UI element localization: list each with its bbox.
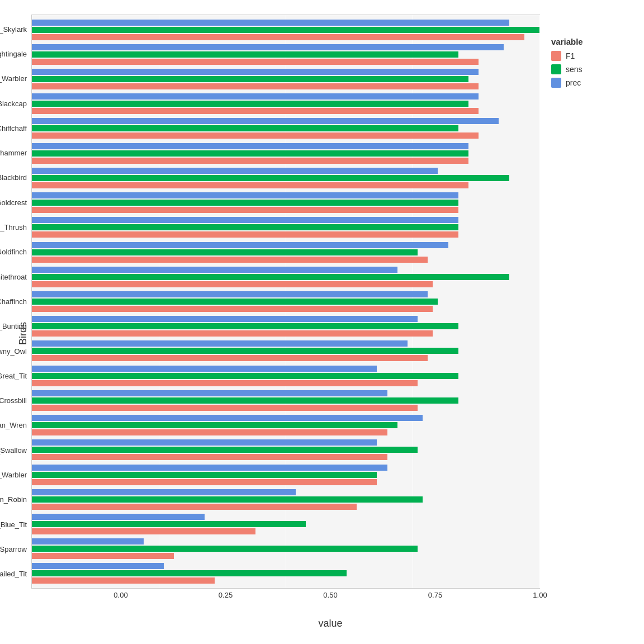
legend-label: prec — [566, 78, 581, 87]
y-label: Common_Nightingale — [0, 41, 31, 66]
bar-row-sens — [32, 348, 539, 354]
bar-row-sens — [32, 397, 539, 404]
bar-row-prec — [32, 366, 539, 372]
chart-container: Birds Eurasian_SkylarkCommon_Nightingale… — [15, 15, 629, 629]
bar-row-sens — [32, 125, 539, 131]
y-label: Common_Chaffinch — [0, 289, 31, 314]
bar-row-f1 — [32, 182, 539, 188]
bar-row-sens — [32, 76, 539, 82]
bar-row-f1 — [32, 454, 539, 460]
bar-row-sens — [32, 570, 539, 576]
bird-group — [32, 116, 539, 141]
bar-row-f1 — [32, 355, 539, 361]
legend-label: F1 — [566, 51, 575, 60]
bird-group — [32, 165, 539, 190]
legend-item: F1 — [551, 51, 575, 61]
bar-row-f1 — [32, 207, 539, 213]
bird-group — [32, 240, 539, 264]
bird-group — [32, 487, 539, 512]
bird-group — [32, 264, 539, 289]
bar-row-prec — [32, 20, 539, 26]
bird-group — [32, 512, 539, 536]
bird-group — [32, 561, 539, 586]
bird-group — [32, 67, 539, 91]
x-axis: 0.000.250.500.751.00 — [121, 589, 540, 617]
bar-row-prec — [32, 143, 539, 149]
plot-area — [31, 15, 540, 589]
legend-item: prec — [551, 78, 581, 88]
bar-row-sens — [32, 249, 539, 255]
bird-group — [32, 537, 539, 561]
bar-row-sens — [32, 422, 539, 428]
y-label: Marsh_Warbler — [0, 67, 31, 91]
y-label: Corn_Bunting — [0, 314, 31, 339]
bar-row-sens — [32, 175, 539, 181]
bar-row-f1 — [32, 577, 539, 584]
y-label: Common_Chiffchaff — [0, 116, 31, 140]
legend-color-box — [551, 78, 561, 88]
bar-row-sens — [32, 447, 539, 453]
bird-group — [32, 314, 539, 339]
x-tick: 0.75 — [428, 591, 442, 599]
bar-row-sens — [32, 27, 539, 33]
bird-group — [32, 438, 539, 462]
bar-row-prec — [32, 291, 539, 297]
y-label: Eurasian_Wren — [0, 413, 31, 438]
bar-row-prec — [32, 489, 539, 495]
x-tick: 0.50 — [323, 591, 337, 599]
x-tick: 0.25 — [219, 591, 233, 599]
y-label: Common_Blackbird — [0, 165, 31, 190]
bar-row-prec — [32, 316, 539, 322]
bar-row-f1 — [32, 281, 539, 287]
bird-group — [32, 388, 539, 413]
bars-container — [32, 15, 539, 588]
bar-row-f1 — [32, 34, 539, 40]
bar-row-prec — [32, 44, 539, 50]
bar-row-f1 — [32, 405, 539, 411]
bar-row-prec — [32, 415, 539, 421]
x-tick: 0.00 — [113, 591, 127, 599]
bird-group — [32, 191, 539, 215]
bar-row-prec — [32, 69, 539, 75]
bar-row-f1 — [32, 479, 539, 485]
bar-row-prec — [32, 563, 539, 569]
bird-group — [32, 17, 539, 42]
bird-group — [32, 42, 539, 67]
bar-row-prec — [32, 217, 539, 223]
bar-row-f1 — [32, 553, 539, 559]
bar-row-f1 — [32, 380, 539, 386]
bar-row-f1 — [32, 429, 539, 435]
bar-row-sens — [32, 51, 539, 58]
grid-line — [539, 15, 540, 588]
bar-row-sens — [32, 546, 539, 552]
bar-row-sens — [32, 373, 539, 379]
bar-row-sens — [32, 521, 539, 527]
legend-color-box — [551, 51, 561, 61]
bar-row-f1 — [32, 231, 539, 238]
x-axis-label: value — [121, 618, 540, 629]
bar-row-prec — [32, 118, 539, 124]
bar-row-sens — [32, 472, 539, 478]
bar-row-sens — [32, 496, 539, 503]
x-tick: 1.00 — [533, 591, 547, 599]
bird-group — [32, 462, 539, 487]
y-label: Eurasian_Skylark — [0, 17, 31, 41]
bird-group — [32, 413, 539, 438]
y-label: Tawny_Owl — [0, 339, 31, 363]
legend-color-box — [551, 64, 561, 74]
bird-group — [32, 363, 539, 388]
y-labels: Eurasian_SkylarkCommon_NightingaleMarsh_… — [0, 15, 31, 589]
bar-row-sens — [32, 299, 539, 305]
y-label: Great_Tit — [0, 363, 31, 388]
bar-row-prec — [32, 93, 539, 100]
bar-row-prec — [32, 390, 539, 396]
bar-row-prec — [32, 242, 539, 248]
bird-group — [32, 92, 539, 116]
bar-row-f1 — [32, 528, 539, 534]
bar-row-f1 — [32, 59, 539, 65]
y-label: Common_Whitethroat — [0, 264, 31, 289]
bar-row-sens — [32, 200, 539, 206]
y-label: Barn_Swallow — [0, 438, 31, 462]
legend-item: sens — [551, 64, 583, 74]
bird-group — [32, 215, 539, 240]
